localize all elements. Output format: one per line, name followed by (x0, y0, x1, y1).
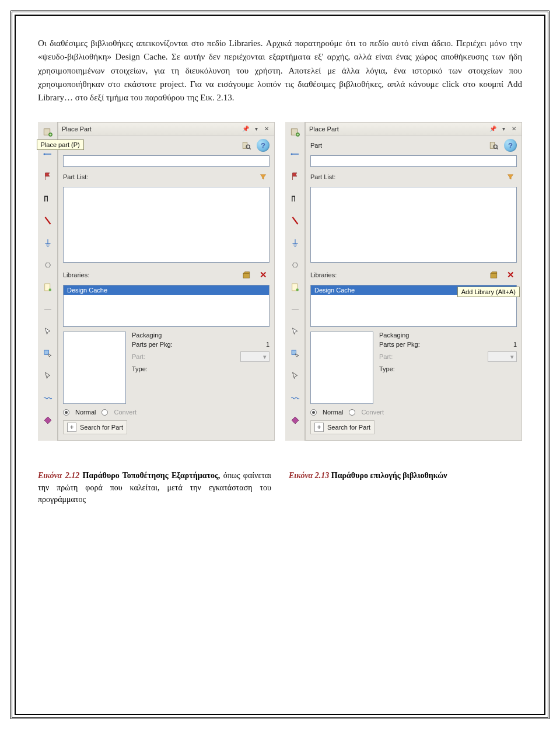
help-icon[interactable]: ? (257, 139, 270, 152)
type-label: Type: (132, 365, 270, 372)
svg-point-14 (296, 289, 299, 292)
hex-icon[interactable] (289, 259, 302, 271)
caption-left-title: Παράθυρο Τοποθέτησης Εξαρτήματος, (79, 471, 220, 480)
partlist-label: Part List: (63, 173, 88, 180)
svg-point-5 (48, 289, 51, 292)
caption-right-title: Παράθυρο επιλογής βιβλιοθηκών (329, 471, 447, 480)
place-part-panel-left: Place Part 📌 ▾ ✕ Part ? Part List: (58, 122, 275, 441)
divider-icon (289, 303, 302, 316)
part-dropdown: ▾ (240, 351, 270, 362)
pin-icon[interactable]: 📌 (242, 125, 250, 133)
normal-radio[interactable] (63, 409, 69, 416)
preview-box (310, 332, 373, 404)
figures-row: + Place part (P) Place Part 📌 ▾ ✕ (38, 122, 522, 441)
part-input[interactable] (63, 155, 270, 167)
add-library-icon[interactable] (240, 269, 253, 281)
parts-per-pkg-value: 1 (513, 341, 517, 348)
part-label: Part (310, 142, 322, 149)
figure-left: + Place part (P) Place Part 📌 ▾ ✕ (38, 122, 275, 441)
wave-icon[interactable] (289, 392, 302, 405)
close-icon[interactable]: ✕ (262, 125, 271, 133)
select-box-icon[interactable] (289, 347, 302, 360)
bus-icon[interactable] (289, 214, 302, 227)
flag-icon[interactable] (41, 170, 54, 183)
search-for-part-button[interactable]: + Search for Part (63, 420, 127, 434)
expand-icon[interactable]: + (314, 423, 324, 432)
libraries-list[interactable]: Design Cache Add Library (Alt+A) (310, 285, 517, 327)
bus-icon[interactable] (41, 214, 54, 227)
svg-point-3 (43, 154, 45, 155)
diamond-icon[interactable] (41, 414, 54, 427)
page-frame-inner: Οι διαθέσιμες βιβλιοθήκες απεικονίζονται… (15, 15, 545, 715)
panel-titlebar: Place Part 📌 ▾ ✕ (306, 123, 522, 135)
normal-label: Normal (323, 409, 343, 416)
normal-label: Normal (75, 409, 96, 416)
place-part-icon[interactable]: + (289, 126, 302, 138)
packaging-label: Packaging (132, 332, 270, 339)
search-library-icon[interactable] (240, 139, 253, 152)
search-for-part-label: Search for Part (80, 424, 123, 431)
search-for-part-button[interactable]: + Search for Part (310, 420, 374, 434)
part-dropdown: ▾ (488, 351, 517, 362)
page-frame-outer: Οι διαθέσιμες βιβλιοθήκες απεικονίζονται… (10, 11, 550, 719)
add-library-icon[interactable] (488, 269, 501, 281)
filter-icon[interactable] (257, 170, 270, 183)
cursor-icon[interactable] (289, 325, 302, 338)
divider-icon (41, 303, 54, 316)
remove-library-icon[interactable]: ✕ (257, 269, 270, 281)
expand-icon[interactable]: + (67, 423, 76, 432)
cursor2-icon[interactable] (41, 370, 54, 382)
library-item-design-cache[interactable]: Design Cache (64, 285, 269, 295)
diamond-icon[interactable] (289, 414, 302, 427)
part-list[interactable] (310, 187, 517, 263)
captions-row: Εικόνα 2.12 Παράθυρο Τοποθέτησης Εξαρτήμ… (38, 470, 522, 506)
place-part-icon[interactable]: + Place part (P) (41, 126, 54, 138)
ground-icon[interactable] (41, 236, 54, 249)
libraries-list[interactable]: Design Cache (63, 285, 270, 327)
packaging-label: Packaging (379, 332, 517, 339)
part-list[interactable] (63, 187, 270, 263)
flag-icon[interactable] (289, 170, 302, 183)
ground-icon[interactable] (289, 236, 302, 249)
search-for-part-label: Search for Part (327, 424, 370, 431)
caption-right-label: Εικόνα 2.13 (289, 471, 329, 480)
convert-radio (349, 409, 355, 416)
panel-titlebar: Place Part 📌 ▾ ✕ (58, 123, 274, 135)
pin-icon[interactable]: 📌 (489, 125, 497, 133)
normal-radio[interactable] (310, 409, 317, 416)
place-wire-icon[interactable] (289, 148, 302, 161)
page-icon[interactable] (41, 281, 54, 294)
convert-label: Convert (114, 409, 136, 416)
type-label: Type: (379, 365, 517, 372)
place-part-panel-right: Place Part 📌 ▾ ✕ Part ? Part List: (305, 122, 522, 441)
filter-icon[interactable] (504, 170, 517, 183)
part-input[interactable] (310, 155, 517, 167)
part-dropdown-label: Part: (132, 353, 237, 360)
hex-icon[interactable] (41, 259, 54, 271)
net-alias-icon[interactable] (289, 192, 302, 205)
partlist-label: Part List: (310, 173, 335, 180)
page-icon[interactable] (289, 281, 302, 294)
left-toolbar: + Place part (P) (38, 122, 58, 441)
close-icon[interactable]: ✕ (510, 125, 518, 133)
remove-library-icon[interactable]: ✕ (504, 269, 517, 281)
place-part-tooltip: Place part (P) (37, 140, 84, 150)
dropdown-icon[interactable]: ▾ (499, 125, 508, 133)
panel-title: Place Part (62, 126, 92, 133)
net-alias-icon[interactable] (41, 192, 54, 205)
search-library-icon[interactable] (488, 139, 501, 152)
caption-left-label: Εικόνα 2.12 (38, 471, 79, 480)
dropdown-icon[interactable]: ▾ (252, 125, 260, 133)
body-paragraph: Οι διαθέσιμες βιβλιοθήκες απεικονίζονται… (38, 37, 522, 104)
caption-left: Εικόνα 2.12 Παράθυρο Τοποθέτησης Εξαρτήμ… (38, 470, 271, 506)
right-toolbar: + (285, 122, 305, 441)
parts-per-pkg-label: Parts per Pkg: (132, 341, 262, 348)
convert-radio (102, 409, 108, 416)
cursor2-icon[interactable] (289, 370, 302, 382)
libraries-label: Libraries: (310, 271, 337, 278)
part-dropdown-label: Part: (379, 353, 484, 360)
select-box-icon[interactable] (41, 347, 54, 360)
help-icon[interactable]: ? (504, 139, 517, 152)
wave-icon[interactable] (41, 392, 54, 405)
cursor-icon[interactable] (41, 325, 54, 338)
